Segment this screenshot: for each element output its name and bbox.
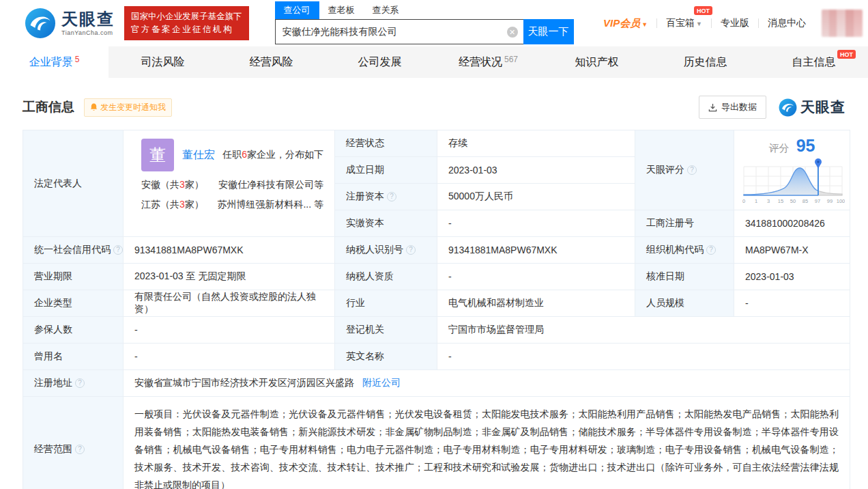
company-section-tabs: 企业背景 5 司法风险 经营风险 公司发展 经营状况 567 知识产权 历史信息… — [0, 46, 868, 78]
svg-text:97: 97 — [815, 198, 820, 204]
nav-toolbox-label: 百宝箱 — [666, 17, 695, 28]
tab-intellectual-property[interactable]: 知识产权 — [542, 46, 651, 78]
taxpayer-qualification-label: 纳税人资质 — [335, 264, 437, 290]
help-icon[interactable]: ? — [113, 245, 123, 255]
nav-pro[interactable]: 专业版 — [712, 17, 758, 29]
score-value: 95 — [796, 136, 815, 155]
svg-text:50: 50 — [790, 198, 796, 204]
avatar[interactable]: 董 — [141, 139, 174, 171]
help-icon[interactable]: ? — [75, 378, 85, 388]
tenure-text: 任职6家企业，分布如下 — [222, 149, 323, 161]
establish-date-value: 2023-01-03 — [437, 157, 635, 184]
tab-judicial-risk[interactable]: 司法风险 — [108, 46, 217, 78]
tab-self-info[interactable]: 自主信息 HOT — [760, 46, 868, 78]
nav-messages[interactable]: 消息中心 — [759, 17, 815, 29]
paid-capital-value: - — [437, 210, 635, 237]
business-scope-value: 一般项目：光伏设备及元器件制造；光伏设备及元器件销售；光伏发电设备租赁；太阳能发… — [124, 397, 850, 489]
tianyan-score-cell: 评分 95 — [734, 130, 850, 210]
tianyancha-logo-icon — [25, 8, 56, 39]
header-search: 查公司 查老板 查关系 ✕ 天眼一下 — [275, 2, 574, 44]
clear-search-icon[interactable]: ✕ — [507, 27, 518, 38]
help-icon[interactable]: ? — [706, 245, 716, 255]
tab-operating-risk[interactable]: 经营风险 — [217, 46, 326, 78]
tianyan-score-label: 天眼评分? — [635, 130, 734, 210]
tianyancha-logo[interactable]: 天眼查 TianYanCha.com — [25, 8, 115, 39]
tenure-post: 家企业，分布如下 — [247, 149, 323, 160]
tab-company-development[interactable]: 公司发展 — [326, 46, 434, 78]
registered-capital-value: 50000万人民币 — [437, 184, 635, 210]
user-avatar[interactable] — [822, 10, 863, 37]
search-tab-company[interactable]: 查公司 — [275, 1, 319, 19]
help-icon[interactable]: ? — [387, 192, 396, 201]
registered-address-label: 注册地址? — [23, 370, 124, 397]
registration-authority-label: 登记机关 — [335, 317, 437, 344]
tianyancha-watermark: 天眼查 — [779, 98, 845, 117]
search-input[interactable] — [275, 19, 523, 44]
registration-number-value: 341881000208426 — [734, 210, 850, 237]
nav-toolbox[interactable]: HOT 百宝箱▼ — [657, 17, 711, 29]
taxpayer-id-value: 91341881MA8PW67MXK — [437, 237, 635, 264]
help-icon[interactable]: ? — [406, 245, 416, 255]
tab-label: 司法风险 — [141, 55, 185, 70]
svg-text:0: 0 — [742, 198, 745, 204]
tab-label: 知识产权 — [575, 55, 619, 70]
search-tab-boss[interactable]: 查老板 — [319, 1, 364, 19]
approval-date-value: 2023-01-03 — [734, 264, 850, 290]
nearby-companies-link[interactable]: 附近公司 — [362, 377, 401, 388]
table-row: 经营范围? 一般项目：光伏设备及元器件制造；光伏设备及元器件销售；光伏发电设备租… — [23, 397, 850, 489]
svg-text:15: 15 — [778, 198, 783, 204]
bell-icon — [90, 103, 98, 111]
svg-text:85: 85 — [802, 198, 808, 204]
paid-capital-label: 实缴资本 — [335, 210, 437, 237]
tenure-region-row: 江苏（共3家） 苏州博纽强新材料科... 等 — [141, 197, 323, 211]
tab-label: 公司发展 — [358, 55, 402, 70]
legal-rep-cell: 董 董仕宏 任职6家企业，分布如下 安徽（共3家） 安徽仕净科技有限公司等 江苏… — [124, 130, 335, 237]
former-name-value: - — [124, 344, 335, 370]
tab-label: 历史信息 — [684, 55, 727, 70]
score-distribution-chart: 0 1 3 15 50 85 97 99 100 — [741, 157, 845, 205]
top-header: 天眼查 TianYanCha.com 国家中小企业发展子基金旗下 官方备案企业征… — [0, 0, 868, 46]
search-button[interactable]: 天眼一下 — [523, 19, 574, 44]
credit-code-label: 统一社会信用代码? — [23, 237, 124, 264]
region-companies: 安徽仕净科技有限公司等 — [218, 178, 323, 191]
help-icon[interactable]: ? — [687, 165, 697, 175]
operating-status-value: 存续 — [437, 130, 635, 157]
org-code-label: 组织机构代码? — [635, 237, 734, 264]
region-text: 江苏（共3家） — [141, 197, 204, 211]
svg-text:100: 100 — [837, 198, 845, 204]
chevron-down-icon: ▼ — [641, 21, 648, 28]
registered-address-cell: 安徽省宣城市宁国市经济技术开发区河沥园区兴盛路 附近公司 — [124, 370, 850, 397]
tab-count: 567 — [504, 55, 518, 64]
gov-certification-badge: 国家中小企业发展子基金旗下 官方备案企业征信机构 — [124, 6, 249, 41]
notify-on-change-button[interactable]: 发生变更时通知我 — [84, 98, 172, 117]
tenure-count: 6 — [242, 149, 247, 160]
industry-value: 电气机械和器材制造业 — [437, 290, 635, 317]
table-row: 企业类型 有限责任公司（自然人投资或控股的法人独资） 行业 电气机械和器材制造业… — [23, 290, 850, 317]
tab-count: 5 — [75, 55, 80, 64]
help-icon[interactable]: ? — [75, 445, 85, 454]
tab-label: 企业背景 — [29, 55, 73, 70]
establish-date-label: 成立日期 — [335, 157, 437, 184]
taxpayer-qualification-value: - — [437, 264, 635, 290]
table-row: 统一社会信用代码? 91341881MA8PW67MXK 纳税人识别号? 913… — [23, 237, 850, 264]
table-row: 法定代表人 董 董仕宏 任职6家企业，分布如下 安徽（共3家） 安徽仕净科技有限… — [23, 130, 850, 157]
top-nav: VIP会员▼ HOT 百宝箱▼ 专业版 消息中心 — [594, 10, 868, 37]
export-label: 导出数据 — [721, 101, 757, 113]
legal-rep-name-link[interactable]: 董仕宏 — [182, 148, 215, 163]
tab-label: 经营风险 — [250, 55, 293, 70]
search-tab-relation[interactable]: 查关系 — [364, 1, 408, 19]
credit-code-value: 91341881MA8PW67MXK — [124, 237, 335, 264]
taxpayer-id-label: 纳税人识别号? — [335, 237, 437, 264]
tab-operating-status[interactable]: 经营状况 567 — [434, 46, 542, 78]
business-term-label: 营业期限 — [23, 264, 124, 290]
hot-badge: HOT — [694, 6, 712, 15]
tab-history-info[interactable]: 历史信息 — [651, 46, 760, 78]
nav-vip[interactable]: VIP会员▼ — [594, 17, 656, 30]
table-row: 营业期限 2023-01-03 至 无固定期限 纳税人资质 - 核准日期 202… — [23, 264, 850, 290]
chevron-down-icon: ▼ — [696, 20, 702, 27]
score-caption: 评分 — [769, 142, 790, 154]
export-data-button[interactable]: 导出数据 — [699, 96, 766, 119]
tab-company-background[interactable]: 企业背景 5 — [0, 46, 108, 78]
business-term-value: 2023-01-03 至 无固定期限 — [124, 264, 335, 290]
logo-subtitle: TianYanCha.com — [61, 29, 115, 36]
